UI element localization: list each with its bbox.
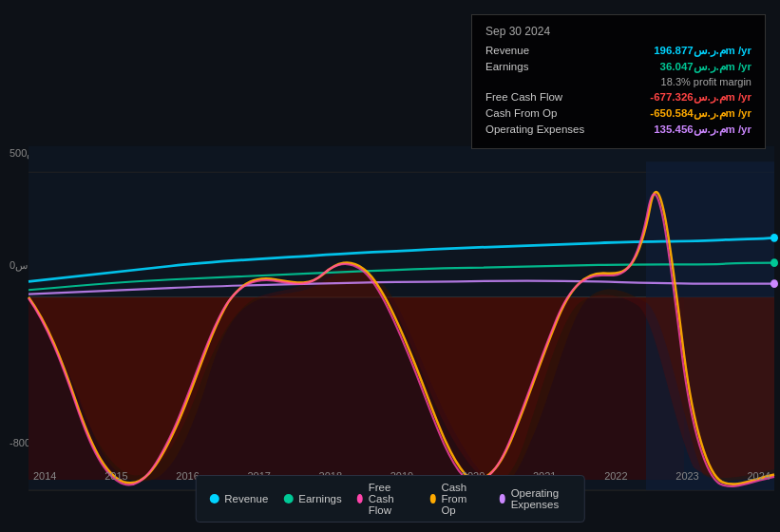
legend-fcf[interactable]: Free Cash Flow bbox=[357, 482, 415, 516]
fcf-label: Free Cash Flow bbox=[485, 91, 599, 103]
margin-value: 18.3% profit margin bbox=[661, 76, 751, 87]
revenue-row: Revenue 196.877م.ر.سm /yr bbox=[485, 44, 751, 57]
margin-row: 18.3% profit margin bbox=[485, 76, 751, 87]
legend-dot-opex bbox=[500, 494, 505, 504]
legend-label-opex: Operating Expenses bbox=[511, 487, 571, 510]
legend-label-cfo: Cash From Op bbox=[441, 482, 484, 516]
legend-label-fcf: Free Cash Flow bbox=[369, 482, 415, 516]
cfo-row: Cash From Op -650.584م.ر.سm /yr bbox=[485, 106, 751, 120]
x-label-2014: 2014 bbox=[33, 470, 56, 482]
legend-label-revenue: Revenue bbox=[224, 493, 268, 504]
cfo-value: -650.584م.ر.سm /yr bbox=[650, 106, 751, 120]
x-label-2024: 2024 bbox=[747, 470, 770, 482]
info-box: Sep 30 2024 Revenue 196.877م.ر.سm /yr Ea… bbox=[471, 14, 766, 149]
legend-cfo[interactable]: Cash From Op bbox=[429, 482, 484, 516]
info-box-title: Sep 30 2024 bbox=[485, 25, 751, 38]
chart-container: Sep 30 2024 Revenue 196.877م.ر.سm /yr Ea… bbox=[0, 0, 780, 532]
legend-dot-revenue bbox=[209, 494, 219, 504]
legend-revenue[interactable]: Revenue bbox=[209, 493, 268, 504]
svg-point-6 bbox=[770, 258, 778, 267]
x-label-2015: 2015 bbox=[105, 470, 127, 482]
legend: Revenue Earnings Free Cash Flow Cash Fro… bbox=[195, 475, 585, 522]
legend-dot-cfo bbox=[429, 494, 435, 504]
svg-point-7 bbox=[770, 279, 778, 288]
earnings-label: Earnings bbox=[485, 61, 599, 72]
opex-label: Operating Expenses bbox=[485, 124, 599, 135]
svg-point-5 bbox=[770, 234, 778, 242]
legend-label-earnings: Earnings bbox=[298, 493, 341, 504]
opex-row: Operating Expenses 135.456م.ر.سm /yr bbox=[485, 123, 751, 136]
cfo-label: Cash From Op bbox=[485, 107, 599, 119]
legend-opex[interactable]: Operating Expenses bbox=[500, 487, 571, 510]
earnings-value: 36.047م.ر.سm /yr bbox=[660, 60, 751, 73]
x-label-2023: 2023 bbox=[675, 470, 698, 482]
revenue-label: Revenue bbox=[485, 45, 599, 56]
legend-dot-fcf bbox=[357, 494, 363, 504]
revenue-value: 196.877م.ر.سm /yr bbox=[654, 44, 751, 57]
fcf-row: Free Cash Flow -677.326م.ر.سm /yr bbox=[485, 90, 751, 104]
earnings-row: Earnings 36.047م.ر.سm /yr bbox=[485, 60, 751, 73]
x-label-2022: 2022 bbox=[604, 470, 627, 482]
opex-value: 135.456م.ر.سm /yr bbox=[654, 123, 751, 136]
legend-earnings[interactable]: Earnings bbox=[283, 493, 341, 504]
legend-dot-earnings bbox=[283, 494, 293, 504]
fcf-value: -677.326م.ر.سm /yr bbox=[650, 90, 751, 104]
